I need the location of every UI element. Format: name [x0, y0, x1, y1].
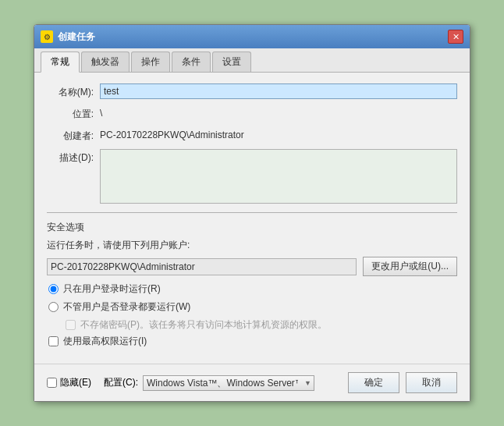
highest-privilege-checkbox[interactable] [48, 336, 59, 346]
radio-login-only[interactable] [48, 284, 59, 294]
password-checkbox-row: 不存储密码(P)。该任务将只有访问本地计算机资源的权限。 [47, 318, 457, 332]
main-window: ⚙ 创建任务 ✕ 常规 触发器 操作 条件 设置 名称(M): 位置: \ 创建… [34, 24, 470, 402]
hidden-checkbox[interactable] [47, 378, 57, 388]
bottom-bar: 隐藏(E) 配置(C): Windows Vista™、Windows Serv… [34, 364, 470, 401]
user-row: 更改用户或组(U)... [47, 257, 457, 276]
config-select[interactable]: Windows Vista™、Windows Server™ 2008 Wind… [143, 375, 314, 391]
security-title: 安全选项 [47, 221, 457, 234]
security-divider [47, 212, 457, 213]
cancel-button[interactable]: 取消 [406, 372, 457, 393]
password-checkbox[interactable] [66, 320, 76, 330]
radio-login-only-row: 只在用户登录时运行(R) [47, 282, 457, 296]
bottom-left: 隐藏(E) 配置(C): Windows Vista™、Windows Serv… [47, 375, 342, 391]
name-row: 名称(M): [47, 83, 457, 99]
tab-trigger[interactable]: 触发器 [81, 51, 130, 72]
radio-always-row: 不管用户是否登录都要运行(W) [47, 300, 457, 314]
location-label: 位置: [47, 105, 100, 121]
description-input[interactable] [100, 149, 457, 204]
tab-bar: 常规 触发器 操作 条件 设置 [34, 48, 470, 73]
name-label: 名称(M): [47, 83, 100, 99]
tab-content: 名称(M): 位置: \ 创建者: PC-20170228PKWQ\Admini… [34, 73, 470, 364]
config-select-wrapper: Windows Vista™、Windows Server™ 2008 Wind… [138, 375, 314, 391]
title-bar-left: ⚙ 创建任务 [41, 30, 95, 44]
radio-always[interactable] [48, 302, 59, 312]
title-bar: ⚙ 创建任务 ✕ [34, 25, 470, 48]
radio-login-only-label: 只在用户登录时运行(R) [63, 282, 161, 296]
password-checkbox-label: 不存储密码(P)。该任务将只有访问本地计算机资源的权限。 [80, 318, 327, 332]
window-icon: ⚙ [41, 30, 53, 43]
tab-general[interactable]: 常规 [41, 51, 80, 73]
user-account-input[interactable] [47, 258, 357, 275]
tab-condition[interactable]: 条件 [172, 51, 211, 72]
location-value: \ [100, 105, 457, 119]
description-label: 描述(D): [47, 149, 100, 165]
description-row: 描述(D): [47, 149, 457, 206]
title-buttons: ✕ [448, 30, 463, 44]
highest-privilege-label: 使用最高权限运行(I) [63, 335, 147, 348]
highest-privilege-row: 使用最高权限运行(I) [47, 335, 457, 348]
config-label: 配置(C): [104, 376, 138, 389]
tab-settings[interactable]: 设置 [212, 51, 251, 72]
location-row: 位置: \ [47, 105, 457, 121]
change-user-button[interactable]: 更改用户或组(U)... [363, 257, 457, 276]
tab-action[interactable]: 操作 [131, 51, 170, 72]
author-label: 创建者: [47, 127, 100, 143]
author-row: 创建者: PC-20170228PKWQ\Administrator [47, 127, 457, 143]
ok-button[interactable]: 确定 [348, 372, 399, 393]
hidden-label: 隐藏(E) [60, 376, 91, 389]
run-as-label: 运行任务时，请使用下列用户账户: [47, 239, 457, 252]
window-title: 创建任务 [58, 30, 95, 44]
radio-always-label: 不管用户是否登录都要运行(W) [63, 300, 190, 314]
name-input[interactable] [100, 83, 457, 99]
close-button[interactable]: ✕ [448, 30, 463, 44]
author-value: PC-20170228PKWQ\Administrator [100, 127, 457, 140]
